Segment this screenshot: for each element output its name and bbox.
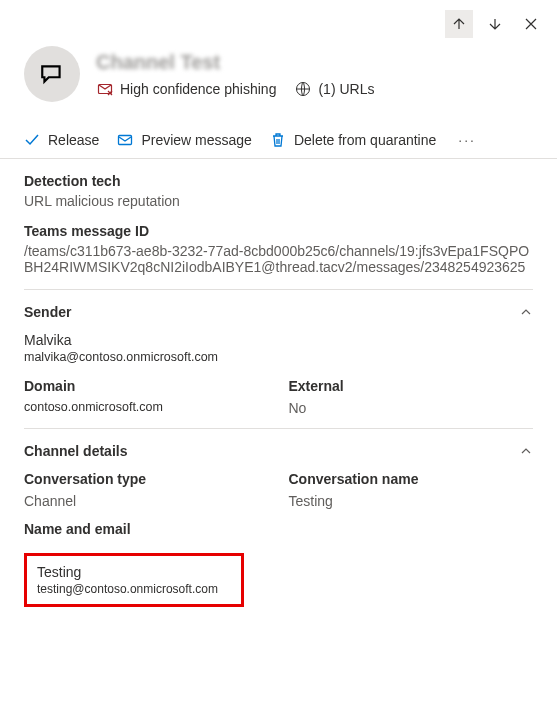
arrow-down-icon xyxy=(487,16,503,32)
check-icon xyxy=(24,132,40,148)
name-email-label: Name and email xyxy=(24,521,533,537)
command-bar: Release Preview message Delete from quar… xyxy=(0,110,557,159)
teams-id-label: Teams message ID xyxy=(24,223,533,239)
chevron-up-icon xyxy=(519,444,533,458)
conv-name-value: Testing xyxy=(289,493,534,509)
globe-icon xyxy=(294,80,312,98)
details-body: Detection tech URL malicious reputation … xyxy=(0,159,557,716)
page-title: Channel Test xyxy=(96,51,533,74)
close-icon xyxy=(523,16,539,32)
svg-rect-2 xyxy=(119,136,132,145)
conv-name-label: Conversation name xyxy=(289,471,534,487)
phishing-icon xyxy=(96,80,114,98)
panel-header: Channel Test High confidence phishing (1… xyxy=(0,38,557,110)
detection-tech-value: URL malicious reputation xyxy=(24,193,533,209)
conv-type-value: Channel xyxy=(24,493,269,509)
urls-label: (1) URLs xyxy=(318,81,374,97)
mail-icon xyxy=(117,132,133,148)
nav-down-button[interactable] xyxy=(481,10,509,38)
conv-type-label: Conversation type xyxy=(24,471,269,487)
chevron-up-icon xyxy=(519,305,533,319)
sender-section-header[interactable]: Sender xyxy=(24,304,533,320)
phishing-badge: High confidence phishing xyxy=(96,80,276,98)
channel-entity-name: Testing xyxy=(37,564,231,580)
chat-icon xyxy=(39,61,65,87)
separator xyxy=(24,428,533,429)
close-button[interactable] xyxy=(517,10,545,38)
sender-name: Malvika xyxy=(24,332,533,348)
release-label: Release xyxy=(48,132,99,148)
arrow-up-icon xyxy=(451,16,467,32)
channel-entity-email: testing@contoso.onmicrosoft.com xyxy=(37,582,231,596)
teams-id-value: /teams/c311b673-ae8b-3232-77ad-8cbd000b2… xyxy=(24,243,533,275)
sender-email: malvika@contoso.onmicrosoft.com xyxy=(24,350,533,364)
avatar xyxy=(24,46,80,102)
preview-label: Preview message xyxy=(141,132,252,148)
nav-up-button[interactable] xyxy=(445,10,473,38)
external-value: No xyxy=(289,400,534,416)
channel-section-header[interactable]: Channel details xyxy=(24,443,533,459)
detection-tech-label: Detection tech xyxy=(24,173,533,189)
preview-button[interactable]: Preview message xyxy=(117,132,252,148)
domain-value: contoso.onmicrosoft.com xyxy=(24,400,269,414)
urls-badge: (1) URLs xyxy=(294,80,374,98)
phishing-label: High confidence phishing xyxy=(120,81,276,97)
panel-topbar xyxy=(0,0,557,38)
trash-icon xyxy=(270,132,286,148)
delete-label: Delete from quarantine xyxy=(294,132,436,148)
release-button[interactable]: Release xyxy=(24,132,99,148)
separator xyxy=(24,289,533,290)
delete-button[interactable]: Delete from quarantine xyxy=(270,132,436,148)
sender-section-label: Sender xyxy=(24,304,71,320)
more-button[interactable]: ··· xyxy=(454,132,480,148)
channel-section-label: Channel details xyxy=(24,443,127,459)
domain-label: Domain xyxy=(24,378,269,394)
external-label: External xyxy=(289,378,534,394)
channel-entity-highlight: Testing testing@contoso.onmicrosoft.com xyxy=(24,553,244,607)
